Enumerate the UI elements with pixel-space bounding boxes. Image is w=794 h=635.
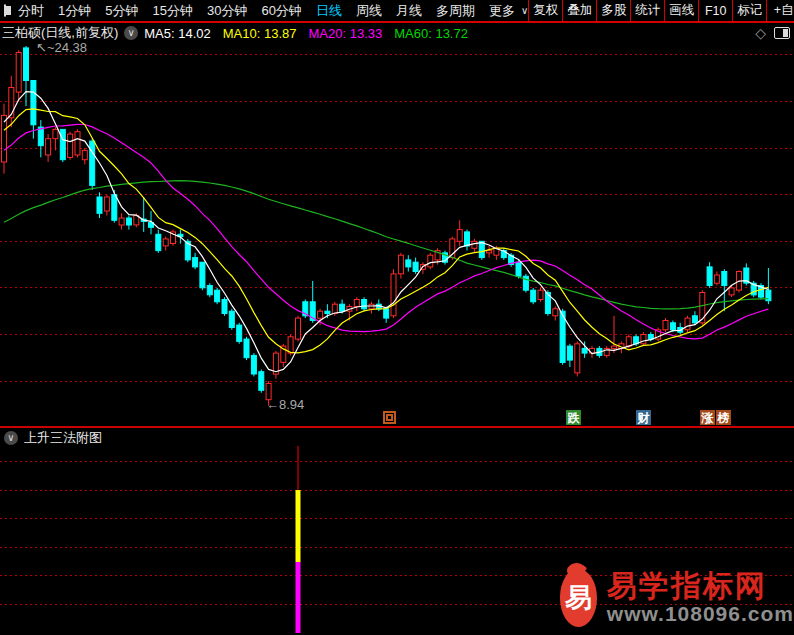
return-icon[interactable] [383, 411, 396, 424]
sub-indicator-title: 上升三法附图 [24, 429, 102, 447]
low-price-label: ←8.94 [266, 397, 304, 412]
chart-badge-榜[interactable]: 榜 [716, 410, 731, 425]
watermark-site-name: 易学指标网 [607, 570, 794, 602]
chart-badge-涨[interactable]: 涨 [700, 410, 715, 425]
trading-app-window: 分时1分钟5分钟15分钟30分钟60分钟日线周线月线多周期更多∨ 复权叠加多股统… [0, 0, 794, 635]
watermark-logo-char: 易 [565, 580, 592, 616]
chevron-down-icon[interactable]: ∨ [4, 431, 18, 445]
chart-badge-跌[interactable]: 跌 [566, 410, 581, 425]
sub-indicator-header: ∨ 上升三法附图 [0, 429, 794, 447]
candlestick-chart[interactable] [0, 0, 794, 635]
watermark-url: www.108096.com [607, 602, 794, 626]
watermark: 易 易学指标网 www.108096.com [560, 563, 794, 633]
chart-badge-财[interactable]: 财 [636, 410, 651, 425]
high-price-label: ↖~24.38 [36, 40, 87, 55]
return-icon-inner [386, 414, 393, 421]
watermark-logo-icon: 易 [560, 569, 597, 627]
